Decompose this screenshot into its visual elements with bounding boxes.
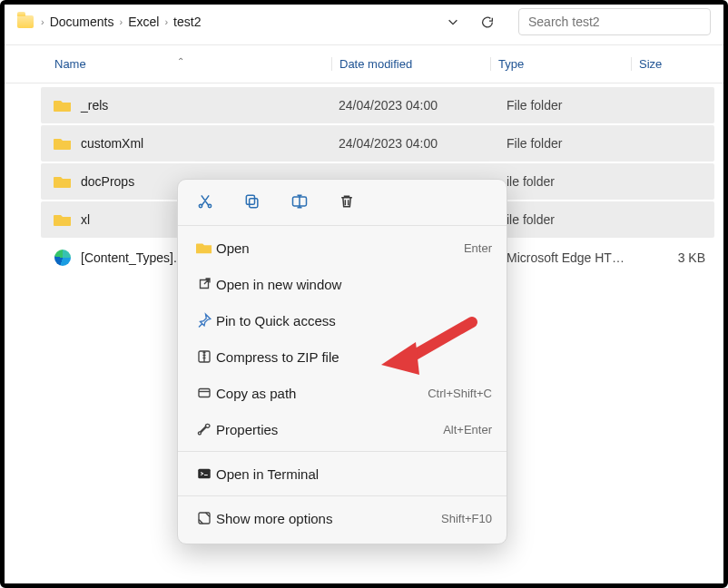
column-name[interactable]: Name ⌃ bbox=[54, 57, 331, 71]
menu-pin-quick-access[interactable]: Pin to Quick access bbox=[178, 302, 507, 338]
item-size: 3 KB bbox=[656, 250, 711, 265]
item-type: File folder bbox=[507, 136, 647, 151]
context-menu-toolbar bbox=[178, 191, 507, 221]
menu-label: Open in new window bbox=[216, 277, 492, 292]
svg-rect-1 bbox=[246, 195, 254, 204]
item-type: File folder bbox=[507, 98, 647, 113]
properties-icon bbox=[192, 421, 216, 437]
folder-icon bbox=[17, 15, 34, 28]
item-name: _rels bbox=[81, 98, 330, 113]
address-bar: › Documents › Excel › test2 bbox=[5, 5, 723, 45]
file-explorer-window: › Documents › Excel › test2 Name ⌃ bbox=[5, 5, 723, 583]
folder-icon bbox=[54, 174, 72, 189]
folder-icon bbox=[54, 136, 72, 151]
menu-copy-as-path[interactable]: Copy as path Ctrl+Shift+C bbox=[178, 375, 507, 411]
svg-rect-4 bbox=[199, 389, 210, 397]
chevron-right-icon: › bbox=[164, 16, 168, 27]
menu-label: Open in Terminal bbox=[216, 466, 492, 482]
list-item[interactable]: customXml 24/04/2023 04:00 File folder bbox=[41, 125, 714, 162]
chevron-right-icon: › bbox=[41, 16, 44, 27]
menu-label: Compress to ZIP file bbox=[216, 349, 492, 365]
menu-open-terminal[interactable]: Open in Terminal bbox=[178, 456, 507, 492]
menu-open-new-window[interactable]: Open in new window bbox=[178, 266, 507, 302]
menu-properties[interactable]: Properties Alt+Enter bbox=[178, 411, 507, 447]
column-date-modified[interactable]: Date modified bbox=[331, 57, 490, 71]
menu-show-more-options[interactable]: Show more options Shift+F10 bbox=[178, 500, 507, 536]
cut-icon[interactable] bbox=[194, 191, 216, 212]
menu-label: Show more options bbox=[216, 511, 441, 526]
folder-icon bbox=[54, 212, 72, 227]
column-size[interactable]: Size bbox=[631, 57, 703, 71]
search-input[interactable] bbox=[518, 8, 711, 35]
pin-icon bbox=[192, 312, 216, 328]
menu-compress-zip[interactable]: Compress to ZIP file bbox=[178, 338, 507, 375]
svg-rect-0 bbox=[250, 199, 258, 208]
svg-rect-5 bbox=[198, 469, 211, 479]
menu-label: Pin to Quick access bbox=[216, 313, 492, 328]
breadcrumb: › Documents › Excel › test2 bbox=[41, 15, 201, 29]
menu-label: Copy as path bbox=[216, 386, 428, 401]
item-date: 24/04/2023 04:00 bbox=[339, 136, 497, 151]
breadcrumb-excel[interactable]: Excel bbox=[128, 15, 159, 29]
copy-path-icon bbox=[192, 385, 216, 401]
refresh-button[interactable] bbox=[480, 15, 495, 29]
column-type[interactable]: Type bbox=[490, 57, 631, 71]
item-type: ile folder bbox=[507, 174, 647, 189]
folder-open-icon bbox=[192, 240, 216, 255]
chevron-right-icon: › bbox=[119, 16, 123, 27]
more-icon bbox=[192, 510, 216, 526]
terminal-icon bbox=[192, 466, 216, 482]
zip-icon bbox=[192, 348, 216, 365]
rename-icon[interactable] bbox=[289, 191, 310, 212]
new-window-icon bbox=[192, 276, 216, 292]
context-menu: Open Enter Open in new window Pin to Qui… bbox=[177, 179, 507, 544]
menu-accelerator: Ctrl+Shift+C bbox=[428, 387, 492, 400]
delete-icon[interactable] bbox=[336, 191, 358, 212]
history-dropdown-button[interactable] bbox=[446, 15, 460, 29]
edge-icon bbox=[54, 250, 72, 266]
menu-label: Properties bbox=[216, 422, 443, 437]
column-headers: Name ⌃ Date modified Type Size bbox=[5, 45, 723, 83]
item-name: customXml bbox=[81, 136, 330, 151]
sort-ascending-icon: ⌃ bbox=[177, 56, 184, 66]
folder-icon bbox=[54, 98, 72, 113]
item-type: ile folder bbox=[507, 212, 647, 227]
list-item[interactable]: _rels 24/04/2023 04:00 File folder bbox=[41, 87, 714, 123]
item-type: Microsoft Edge HT… bbox=[507, 250, 647, 265]
breadcrumb-test2[interactable]: test2 bbox=[173, 15, 201, 29]
menu-accelerator: Enter bbox=[464, 241, 492, 255]
menu-accelerator: Alt+Enter bbox=[443, 423, 492, 436]
menu-open[interactable]: Open Enter bbox=[178, 230, 507, 266]
item-date: 24/04/2023 04:00 bbox=[339, 98, 497, 113]
menu-label: Open bbox=[216, 240, 464, 256]
copy-icon[interactable] bbox=[241, 191, 263, 212]
column-name-label: Name bbox=[54, 57, 86, 71]
menu-accelerator: Shift+F10 bbox=[441, 512, 492, 525]
breadcrumb-documents[interactable]: Documents bbox=[50, 15, 114, 29]
